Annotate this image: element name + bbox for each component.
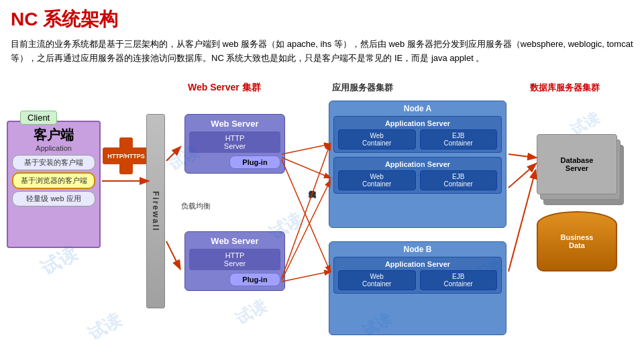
node-a-title: Node A: [333, 104, 502, 113]
app-server-a1-title: Application Server: [338, 119, 497, 127]
svg-text:HTTP/HTTPS: HTTP/HTTPS: [107, 153, 145, 160]
client-btn2[interactable]: 基于浏览器的客户端: [12, 172, 95, 189]
firewall-label: Firewall: [151, 191, 160, 232]
description: 目前主流的业务系统都是基于三层架构的，从客户端到 web 服务器（如 apach…: [0, 35, 644, 68]
firewall: Firewall: [146, 114, 165, 308]
client-btn1[interactable]: 基于安装的客户端: [12, 155, 95, 170]
ejb-container-a1: EJBContainer: [420, 129, 498, 149]
app-server-b1: Application Server WebContainer EJBConta…: [333, 257, 502, 294]
appserver-cluster-label: 应用服务器集群: [332, 82, 393, 94]
node-b-title: Node B: [333, 245, 502, 254]
db-cluster-label: 数据库服务器集群: [530, 82, 600, 94]
client-label: Client: [20, 111, 57, 125]
db-label: DatabaseServer: [561, 156, 594, 172]
db-server: DatabaseServer: [537, 134, 617, 194]
node-b: Node B Application Server WebContainer E…: [329, 241, 506, 335]
webserver-cluster: Web Server HTTPServer Plug-in Web Server…: [178, 107, 292, 308]
http-arrow-svg: HTTP/HTTPS: [99, 134, 153, 181]
client-sub: Application: [12, 144, 95, 152]
ws-top-title: Web Server: [189, 119, 280, 129]
client-title: 客户端: [12, 126, 95, 144]
ws-bot-http: HTTPServer: [189, 249, 280, 270]
ws-top-plugin: Plug-in: [229, 156, 280, 169]
page-title: NC 系统架构: [0, 0, 644, 35]
webserver-cluster-label: Web Server 集群: [188, 82, 261, 94]
svg-line-13: [508, 154, 535, 158]
client-box: 客户端 Application 基于安装的客户端 基于浏览器的客户端 轻量级 w…: [7, 121, 101, 248]
app-server-a2-title: Application Server: [338, 160, 497, 168]
web-container-a2: WebContainer: [338, 170, 416, 190]
business-label: BusinessData: [561, 233, 594, 249]
app-server-b1-title: Application Server: [338, 260, 497, 268]
business-data: BusinessData: [537, 211, 617, 272]
ejb-container-b1: EJBContainer: [420, 270, 498, 290]
app-server-a2: Application Server WebContainer EJBConta…: [333, 157, 502, 194]
node-a: Node A Application Server WebContainer E…: [329, 101, 506, 228]
ws-top-http: HTTPServer: [189, 131, 280, 153]
svg-line-14: [508, 164, 535, 188]
app-server-a1: Application Server WebContainer EJBConta…: [333, 116, 502, 153]
svg-line-15: [508, 171, 535, 272]
diagram-area: Web Server 集群 应用服务器集群 数据库服务器集群 客户端 Appli…: [0, 80, 644, 362]
ws-bot-title: Web Server: [189, 236, 280, 246]
watermark-7: 试读: [84, 308, 126, 345]
webserver-bot: Web Server HTTPServer Plug-in: [184, 231, 285, 291]
ws-bot-plugin: Plug-in: [229, 273, 280, 286]
web-container-b1: WebContainer: [338, 270, 416, 290]
client-btn3[interactable]: 轻量级 web 应用: [12, 191, 95, 206]
web-container-a1: WebContainer: [338, 129, 416, 149]
ejb-container-a2: EJBContainer: [420, 170, 498, 190]
webserver-top: Web Server HTTPServer Plug-in: [184, 114, 285, 174]
